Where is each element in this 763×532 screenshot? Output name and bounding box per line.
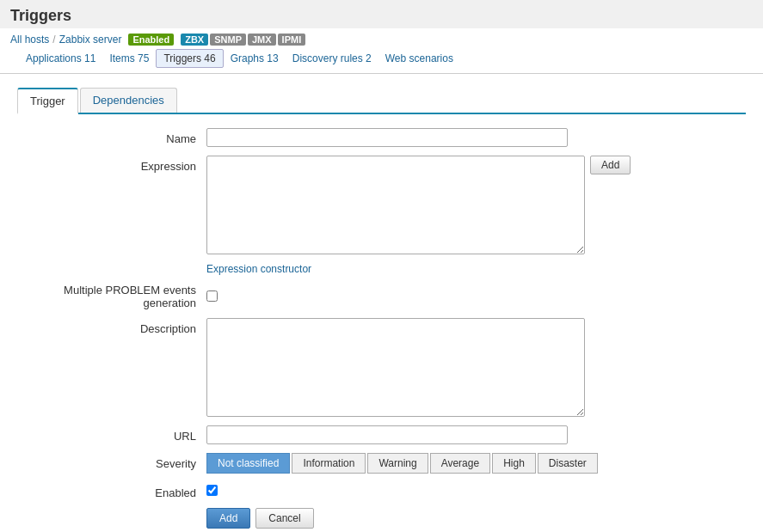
topnav-discovery[interactable]: Discovery rules 2 — [286, 49, 378, 68]
enabled-label: Enabled — [17, 482, 206, 499]
expression-textarea[interactable] — [206, 156, 585, 254]
topnav-graphs[interactable]: Graphs 13 — [224, 49, 286, 68]
enabled-checkbox[interactable] — [206, 485, 218, 496]
sev-information[interactable]: Information — [292, 453, 366, 474]
severity-buttons: Not classified Information Warning Avera… — [206, 453, 598, 474]
breadcrumb-server[interactable]: Zabbix server — [59, 34, 122, 46]
multiple-problem-control — [206, 289, 218, 304]
sev-disaster[interactable]: Disaster — [538, 453, 598, 474]
badge-ipmi: IPMI — [278, 34, 306, 46]
name-input[interactable] — [206, 128, 568, 147]
description-label: Description — [17, 318, 206, 335]
severity-row: Severity Not classified Information Warn… — [17, 453, 746, 474]
url-row: URL — [17, 425, 746, 444]
topnav-triggers[interactable]: Triggers 46 — [156, 49, 223, 68]
expression-label: Expression — [17, 156, 206, 173]
main-content: Trigger Dependencies Name Expression Add… — [0, 74, 763, 532]
description-textarea[interactable] — [206, 318, 585, 417]
multiple-problem-row: Multiple PROBLEM events generation — [17, 284, 746, 309]
expression-constructor-link[interactable]: Expression constructor — [206, 263, 311, 275]
expression-row: Expression Add Expression constructor — [17, 156, 746, 275]
name-control — [206, 128, 746, 147]
cancel-button[interactable]: Cancel — [255, 508, 313, 529]
breadcrumb: All hosts / Zabbix server Enabled ZBX SN… — [0, 28, 763, 74]
url-label: URL — [17, 425, 206, 443]
sev-high[interactable]: High — [492, 453, 536, 474]
page-header: Triggers All hosts / Zabbix server Enabl… — [0, 0, 763, 74]
topnav-applications[interactable]: Applications 11 — [19, 49, 102, 68]
description-row: Description — [17, 318, 746, 417]
expression-add-button[interactable]: Add — [590, 156, 631, 174]
expression-control: Add Expression constructor — [206, 156, 746, 275]
form: Name Expression Add Expression construct… — [17, 128, 746, 529]
action-buttons: Add Cancel — [17, 508, 746, 529]
badge-zbx: ZBX — [181, 34, 208, 46]
add-main-button[interactable]: Add — [206, 508, 250, 529]
tab-trigger[interactable]: Trigger — [17, 88, 78, 114]
topnav-web[interactable]: Web scenarios — [378, 49, 460, 68]
enabled-badge: Enabled — [128, 34, 174, 46]
badge-jmx: JMX — [248, 34, 276, 46]
topnav-items[interactable]: Items 75 — [102, 49, 156, 68]
breadcrumb-sep: / — [52, 34, 55, 46]
breadcrumb-allhosts[interactable]: All hosts — [10, 34, 49, 46]
sev-not-classified[interactable]: Not classified — [206, 453, 290, 474]
tabs-row: Trigger Dependencies — [17, 88, 746, 114]
severity-label: Severity — [17, 453, 206, 470]
description-control — [206, 318, 746, 417]
multiple-problem-label: Multiple PROBLEM events generation — [17, 284, 206, 309]
url-control — [206, 425, 746, 444]
name-row: Name — [17, 128, 746, 147]
severity-control: Not classified Information Warning Avera… — [206, 453, 746, 474]
sev-average[interactable]: Average — [430, 453, 490, 474]
topnav: Applications 11 Items 75 Triggers 46 Gra… — [19, 49, 460, 68]
url-input[interactable] — [206, 425, 568, 444]
multiple-problem-checkbox[interactable] — [206, 290, 218, 302]
enabled-row: Enabled — [17, 482, 746, 499]
sev-warning[interactable]: Warning — [367, 453, 428, 474]
page-title: Triggers — [10, 7, 753, 25]
tab-dependencies[interactable]: Dependencies — [80, 88, 177, 113]
name-label: Name — [17, 128, 206, 145]
enabled-control — [206, 483, 218, 498]
badge-snmp: SNMP — [210, 34, 246, 46]
host-badges: ZBX SNMP JMX IPMI — [181, 34, 305, 46]
